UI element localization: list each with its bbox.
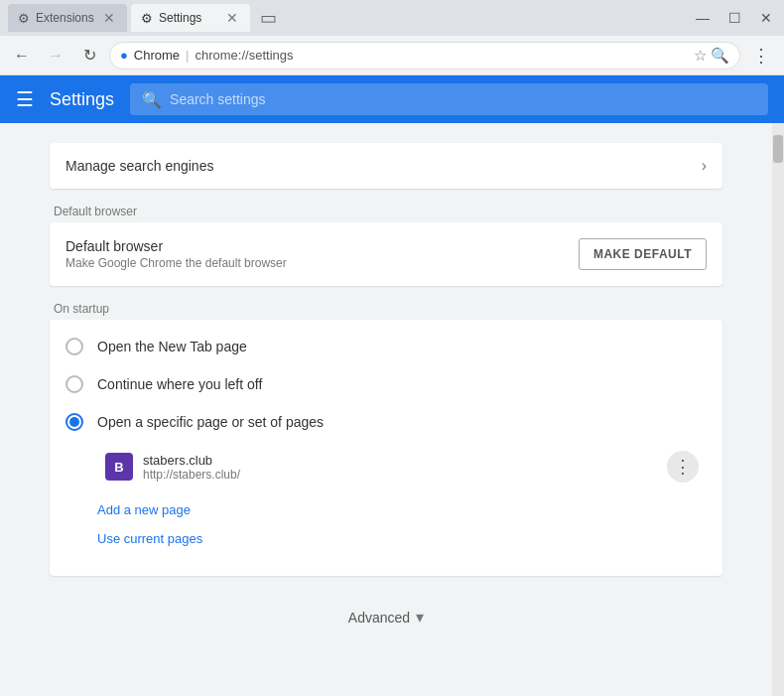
radio-new-tab[interactable]: [65, 338, 83, 355]
settings-scroll-area: PCTECHGO Manage search engines › Default…: [0, 123, 772, 696]
use-current-pages-link[interactable]: Use current pages: [97, 525, 707, 552]
startup-option-specific[interactable]: Open a specific page or set of pages: [65, 403, 707, 441]
browser-window: ⚙ Extensions ✕ ⚙ Settings ✕ ▭ — ☐ ✕ ← → …: [0, 0, 784, 696]
forward-button[interactable]: →: [42, 42, 69, 70]
startup-page-item: B stabers.club http://stabers.club/ ⋮: [97, 445, 707, 488]
back-button[interactable]: ←: [8, 42, 36, 70]
search-lens-icon[interactable]: 🔍: [711, 47, 729, 65]
advanced-section[interactable]: Advanced ▾: [50, 588, 722, 646]
settings-search-icon: 🔍: [142, 90, 162, 109]
search-engines-card: Manage search engines ›: [50, 143, 722, 189]
new-tab-button[interactable]: ▭: [254, 4, 282, 32]
radio-specific[interactable]: [65, 413, 83, 431]
site-more-button[interactable]: ⋮: [667, 451, 699, 483]
startup-links: Add a new page Use current pages: [97, 492, 707, 560]
startup-option-specific-label: Open a specific page or set of pages: [97, 414, 324, 430]
address-bar: ← → ↻ ● Chrome | chrome://settings ☆ 🔍 ⋮: [0, 36, 784, 75]
add-new-page-link[interactable]: Add a new page: [97, 496, 707, 523]
url-site: Chrome: [134, 48, 180, 63]
startup-pages-list: B stabers.club http://stabers.club/ ⋮: [65, 441, 707, 568]
bookmark-icon[interactable]: ☆: [694, 47, 707, 65]
site-url: http://stabers.club/: [143, 468, 240, 482]
advanced-chevron-icon: ▾: [416, 608, 424, 626]
startup-option-new-tab[interactable]: Open the New Tab page: [65, 328, 707, 365]
site-info: stabers.club http://stabers.club/: [143, 453, 240, 482]
default-browser-section: Default browser Default browser Make Goo…: [50, 205, 722, 286]
extensions-tab-icon: ⚙: [18, 11, 30, 26]
url-right-icons: ☆ 🔍: [694, 47, 729, 65]
settings-page-title: Settings: [50, 89, 114, 110]
startup-card: Open the New Tab page Continue where you…: [50, 320, 722, 576]
startup-option-continue-label: Continue where you left off: [97, 376, 262, 392]
on-startup-section-label: On startup: [50, 302, 722, 316]
hamburger-menu-icon[interactable]: ☰: [16, 87, 34, 111]
scrollbar-thumb[interactable]: [773, 135, 783, 163]
close-button[interactable]: ✕: [756, 8, 776, 28]
tab-settings[interactable]: ⚙ Settings ✕: [131, 4, 250, 32]
browser-menu-button[interactable]: ⋮: [746, 43, 776, 69]
maximize-button[interactable]: ☐: [724, 8, 744, 28]
startup-option-continue[interactable]: Continue where you left off: [65, 365, 707, 403]
extensions-tab-label: Extensions: [36, 11, 94, 25]
reload-button[interactable]: ↻: [75, 42, 103, 70]
settings-search-input[interactable]: [170, 91, 756, 107]
settings-search-box[interactable]: 🔍: [130, 83, 768, 115]
lock-icon: ●: [120, 48, 128, 63]
search-engines-section: Manage search engines ›: [50, 143, 722, 189]
startup-option-new-tab-label: Open the New Tab page: [97, 339, 247, 354]
on-startup-section: On startup Open the New Tab page Continu…: [50, 302, 722, 576]
content-wrapper: PCTECHGO Manage search engines › Default…: [0, 123, 784, 696]
browser-content: ☰ Settings 🔍 PCTECHGO Manage search engi…: [0, 75, 784, 696]
settings-header: ☰ Settings 🔍: [0, 75, 784, 123]
scrollbar[interactable]: [772, 123, 784, 696]
site-favicon-letter: B: [114, 460, 123, 475]
settings-tab-close[interactable]: ✕: [224, 10, 240, 26]
url-path: chrome://settings: [196, 48, 294, 63]
manage-search-engines-label: Manage search engines: [65, 158, 213, 174]
default-browser-text: Default browser Make Google Chrome the d…: [65, 238, 287, 270]
manage-search-engines-row[interactable]: Manage search engines ›: [50, 143, 722, 189]
window-controls: — ☐ ✕: [693, 8, 776, 28]
url-separator: |: [186, 48, 189, 63]
site-favicon: B: [105, 453, 133, 481]
search-engines-chevron-icon: ›: [702, 157, 707, 175]
advanced-label: Advanced: [348, 610, 410, 626]
site-name: stabers.club: [143, 453, 240, 468]
settings-tab-icon: ⚙: [141, 11, 153, 26]
settings-tab-label: Settings: [159, 11, 201, 25]
default-browser-card: Default browser Make Google Chrome the d…: [50, 222, 722, 286]
make-default-button[interactable]: MAKE DEFAULT: [579, 238, 707, 270]
url-bar[interactable]: ● Chrome | chrome://settings ☆ 🔍: [109, 42, 740, 70]
default-browser-card-subtitle: Make Google Chrome the default browser: [65, 256, 287, 270]
minimize-button[interactable]: —: [693, 8, 713, 28]
title-bar: ⚙ Extensions ✕ ⚙ Settings ✕ ▭ — ☐ ✕: [0, 0, 784, 36]
default-browser-card-title: Default browser: [65, 238, 287, 254]
default-browser-section-label: Default browser: [50, 205, 722, 218]
radio-continue[interactable]: [65, 375, 83, 393]
tab-extensions[interactable]: ⚙ Extensions ✕: [8, 4, 127, 32]
extensions-tab-close[interactable]: ✕: [101, 10, 117, 26]
